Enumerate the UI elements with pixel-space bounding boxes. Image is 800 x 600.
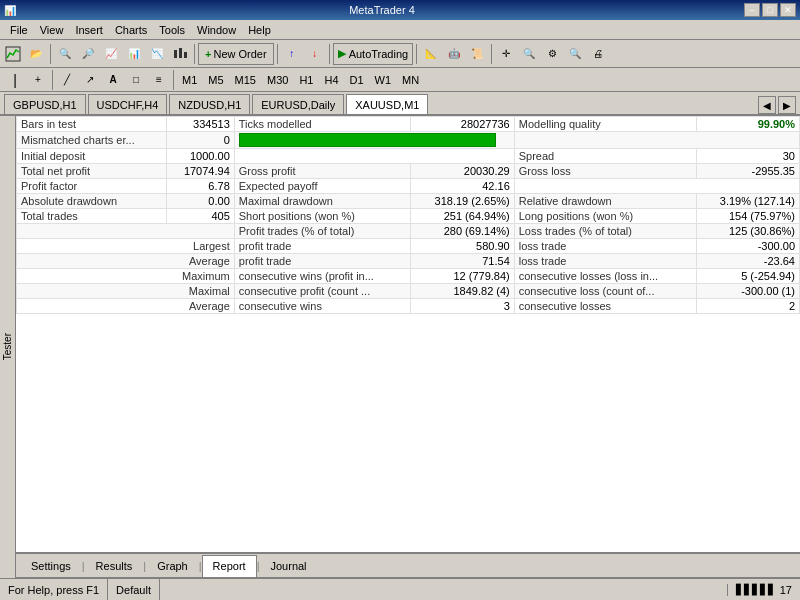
tab-gbpusd-h1[interactable]: GBPUSD,H1 xyxy=(4,94,86,114)
label-max-drawdown: Maximal drawdown xyxy=(234,194,411,209)
scripts-btn[interactable]: 📜 xyxy=(466,43,488,65)
tab-settings[interactable]: Settings xyxy=(20,555,82,577)
status-bar: For Help, press F1 Default ▋▋▋▋▋ 17 xyxy=(0,578,800,600)
indicator-btn[interactable]: 📐 xyxy=(420,43,442,65)
tf-h4[interactable]: H4 xyxy=(319,72,343,88)
tf-m1[interactable]: M1 xyxy=(177,72,202,88)
tester-label[interactable]: Tester xyxy=(0,116,16,578)
chart-btn3[interactable]: 📉 xyxy=(146,43,168,65)
new-chart-btn[interactable] xyxy=(2,43,24,65)
status-indicator-value: 17 xyxy=(780,584,792,596)
table-row: Maximal consecutive profit (count ... 18… xyxy=(17,284,800,299)
table-row: Maximum consecutive wins (profit in... 1… xyxy=(17,269,800,284)
value-largest-profit-trade: 580.90 xyxy=(411,239,514,254)
sell-btn[interactable]: ↓ xyxy=(304,43,326,65)
chart-btn4[interactable] xyxy=(169,43,191,65)
title-text: MetaTrader 4 xyxy=(20,4,744,16)
tab-eurusd-daily[interactable]: EURUSD,Daily xyxy=(252,94,344,114)
buy-btn[interactable]: ↑ xyxy=(281,43,303,65)
menu-tools[interactable]: Tools xyxy=(153,23,191,37)
tab-usdchf-h4[interactable]: USDCHF,H4 xyxy=(88,94,168,114)
svg-rect-2 xyxy=(179,48,182,58)
auto-trading-button[interactable]: ▶ AutoTrading xyxy=(333,43,414,65)
chart-btn1[interactable]: 📈 xyxy=(100,43,122,65)
value-loss-trades: 125 (30.86%) xyxy=(696,224,799,239)
zoom-in-btn[interactable]: 🔍 xyxy=(54,43,76,65)
label-initial-deposit: Initial deposit xyxy=(17,149,167,164)
value-maximal-consec-profit: 1849.82 (4) xyxy=(411,284,514,299)
tf-m5[interactable]: M5 xyxy=(203,72,228,88)
expert-btn[interactable]: 🤖 xyxy=(443,43,465,65)
empty-cell xyxy=(514,132,799,149)
value-total-net-profit: 17074.94 xyxy=(167,164,234,179)
table-row: Average profit trade 71.54 loss trade -2… xyxy=(17,254,800,269)
tab-results[interactable]: Results xyxy=(85,555,144,577)
tf-d1[interactable]: D1 xyxy=(345,72,369,88)
tab-graph[interactable]: Graph xyxy=(146,555,199,577)
empty-cell2 xyxy=(234,149,514,164)
tab-xauusd-m1[interactable]: XAUUSD,M1 xyxy=(346,94,428,114)
minimize-button[interactable]: – xyxy=(744,3,760,17)
crosshair-btn[interactable]: ✛ xyxy=(495,43,517,65)
value-max-consec-wins: 12 (779.84) xyxy=(411,269,514,284)
value-max-consec-losses: 5 (-254.94) xyxy=(696,269,799,284)
chart-btn2[interactable]: 📊 xyxy=(123,43,145,65)
label-avg-consec-wins: consecutive wins xyxy=(234,299,411,314)
label-maximal-consec-profit: consecutive profit (count ... xyxy=(234,284,411,299)
menu-charts[interactable]: Charts xyxy=(109,23,153,37)
menu-view[interactable]: View xyxy=(34,23,70,37)
value-profit-trades: 280 (69.14%) xyxy=(411,224,514,239)
tf-m15[interactable]: M15 xyxy=(230,72,261,88)
label-max-consec-losses: consecutive losses (loss in... xyxy=(514,269,696,284)
tab-nzdusd-h1[interactable]: NZDUSD,H1 xyxy=(169,94,250,114)
menu-window[interactable]: Window xyxy=(191,23,242,37)
period-sep-btn[interactable]: ⚙ xyxy=(541,43,563,65)
table-row: Profit trades (% of total) 280 (69.14%) … xyxy=(17,224,800,239)
label-gross-loss: Gross loss xyxy=(514,164,696,179)
rect-tool[interactable]: □ xyxy=(125,69,147,91)
line-tool[interactable]: | xyxy=(4,69,26,91)
text-tool[interactable]: A xyxy=(102,69,124,91)
zoom-out-btn[interactable]: 🔎 xyxy=(77,43,99,65)
menu-bar: File View Insert Charts Tools Window Hel… xyxy=(0,20,800,40)
zoom-chart-btn[interactable]: 🔍 xyxy=(518,43,540,65)
stats-table: Bars in test 334513 Ticks modelled 28027… xyxy=(16,116,800,314)
arrow-tool[interactable]: ↗ xyxy=(79,69,101,91)
open-btn[interactable]: 📂 xyxy=(25,43,47,65)
tf-mn[interactable]: MN xyxy=(397,72,424,88)
table-row: Absolute drawdown 0.00 Maximal drawdown … xyxy=(17,194,800,209)
value-avg-consec-wins: 3 xyxy=(411,299,514,314)
tf-m30[interactable]: M30 xyxy=(262,72,293,88)
table-row: Largest profit trade 580.90 loss trade -… xyxy=(17,239,800,254)
new-order-button[interactable]: + New Order xyxy=(198,43,274,65)
tf-w1[interactable]: W1 xyxy=(370,72,397,88)
label-modelling-quality: Modelling quality xyxy=(514,117,696,132)
value-short-pos: 251 (64.94%) xyxy=(411,209,514,224)
tf-h1[interactable]: H1 xyxy=(294,72,318,88)
tab-journal[interactable]: Journal xyxy=(259,555,317,577)
tab-nav-right[interactable]: ▶ xyxy=(778,96,796,114)
search-btn[interactable]: 🔍 xyxy=(564,43,586,65)
label-ticks-modelled: Ticks modelled xyxy=(234,117,411,132)
progress-bar-cell xyxy=(234,132,514,149)
menu-help[interactable]: Help xyxy=(242,23,277,37)
value-maximal-consec-loss: -300.00 (1) xyxy=(696,284,799,299)
crosshair-tool[interactable]: + xyxy=(27,69,49,91)
value-profit-factor: 6.78 xyxy=(167,179,234,194)
menu-file[interactable]: File xyxy=(4,23,34,37)
maximize-button[interactable]: □ xyxy=(762,3,778,17)
fib-tool[interactable]: ≡ xyxy=(148,69,170,91)
status-indicator-icon: ▋▋▋▋▋ xyxy=(736,584,776,595)
value-gross-loss: -2955.35 xyxy=(696,164,799,179)
tab-report[interactable]: Report xyxy=(202,555,257,577)
label-total-trades: Total trades xyxy=(17,209,167,224)
print-btn[interactable]: 🖨 xyxy=(587,43,609,65)
close-button[interactable]: ✕ xyxy=(780,3,796,17)
label-avg-consec-losses: consecutive losses xyxy=(514,299,696,314)
tab-nav-left[interactable]: ◀ xyxy=(758,96,776,114)
line-draw[interactable]: ╱ xyxy=(56,69,78,91)
label-largest: Largest xyxy=(17,239,235,254)
value-expected-payoff: 42.16 xyxy=(411,179,514,194)
label-long-pos: Long positions (won %) xyxy=(514,209,696,224)
menu-insert[interactable]: Insert xyxy=(69,23,109,37)
